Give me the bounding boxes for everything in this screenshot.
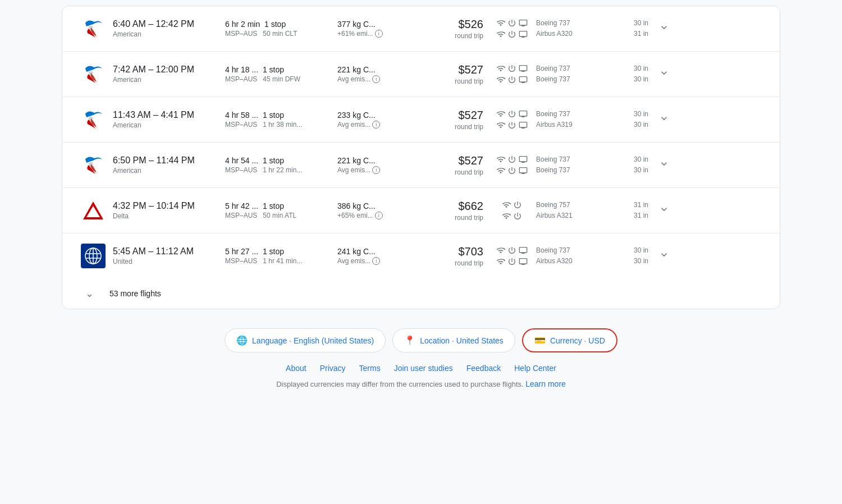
airline-logo bbox=[74, 62, 113, 86]
info-icon[interactable]: i bbox=[375, 212, 383, 219]
join-user-studies-link[interactable]: Join user studies bbox=[394, 364, 453, 373]
expand-button[interactable] bbox=[653, 22, 675, 36]
flight-duration-col: 5 hr 27 ... 1 stop MSP–AUS 1 hr 41 min..… bbox=[225, 247, 337, 265]
flight-duration-col: 4 hr 58 ... 1 stop MSP–AUS 1 hr 38 min..… bbox=[225, 111, 337, 129]
flight-amenities bbox=[492, 109, 532, 130]
airline-name: Delta bbox=[113, 212, 225, 220]
currency-button[interactable]: 💳 Currency · USD bbox=[522, 328, 617, 352]
footer: 🌐 Language · English (United States) 📍 L… bbox=[62, 323, 780, 400]
legroom1: 30 in bbox=[609, 109, 648, 120]
emissions-sub: Avg emis... i bbox=[337, 257, 416, 265]
flight-times: 4:32 PM – 10:14 PM bbox=[113, 201, 225, 211]
aircraft2: Airbus A321 bbox=[536, 210, 609, 221]
info-icon[interactable]: i bbox=[375, 30, 383, 38]
info-icon[interactable]: i bbox=[372, 75, 380, 83]
flight-emissions-col: 241 kg C... Avg emis... i bbox=[337, 247, 416, 265]
legroom2: 30 in bbox=[609, 74, 648, 85]
expand-button[interactable] bbox=[653, 158, 675, 172]
flight-route: MSP–AUS 50 min ATL bbox=[225, 212, 337, 219]
language-label: Language · English (United States) bbox=[252, 336, 374, 345]
flight-row[interactable]: 5:45 AM – 11:12 AM United 5 hr 27 ... 1 … bbox=[62, 233, 780, 278]
emissions-text: 233 kg C... bbox=[337, 111, 416, 120]
flight-row[interactable]: 6:50 PM – 11:44 PM American 4 hr 54 ... … bbox=[62, 143, 780, 188]
wifi-icon-row2 bbox=[496, 30, 505, 39]
language-button[interactable]: 🌐 Language · English (United States) bbox=[225, 328, 386, 352]
price-label: round trip bbox=[416, 168, 483, 176]
flight-times: 6:40 AM – 12:42 PM bbox=[113, 19, 225, 29]
disclaimer-text: Displayed currencies may differ from the… bbox=[276, 380, 524, 388]
legroom1: 31 in bbox=[609, 200, 648, 210]
learn-more-link[interactable]: Learn more bbox=[525, 379, 566, 388]
flight-route: MSP–AUS 45 min DFW bbox=[225, 75, 337, 83]
aircraft1: Boeing 737 bbox=[536, 245, 609, 256]
more-flights-row[interactable]: ⌄ 53 more flights bbox=[62, 278, 780, 309]
wifi-icon-row1 bbox=[502, 200, 511, 209]
expand-button[interactable] bbox=[653, 67, 675, 81]
expand-button[interactable] bbox=[653, 113, 675, 127]
flight-duration: 4 hr 58 ... 1 stop bbox=[225, 111, 337, 120]
flight-price: $527 bbox=[416, 109, 483, 122]
flight-legroom-col: 30 in 30 in bbox=[609, 245, 648, 267]
legroom2: 30 in bbox=[609, 165, 648, 176]
price-label: round trip bbox=[416, 77, 483, 85]
wifi-icon-row2 bbox=[496, 121, 505, 130]
more-flights-expand-icon: ⌄ bbox=[78, 287, 100, 300]
flight-emissions-col: 233 kg C... Avg emis... i bbox=[337, 111, 416, 129]
terms-link[interactable]: Terms bbox=[359, 364, 381, 373]
flight-times: 7:42 AM – 12:00 PM bbox=[113, 65, 225, 75]
flight-row[interactable]: 7:42 AM – 12:00 PM American 4 hr 18 ... … bbox=[62, 52, 780, 97]
flight-row[interactable]: 4:32 PM – 10:14 PM Delta 5 hr 42 ... 1 s… bbox=[62, 188, 780, 233]
location-button[interactable]: 📍 Location · United States bbox=[392, 328, 515, 352]
emissions-text: 221 kg C... bbox=[337, 156, 416, 165]
aircraft1: Boeing 737 bbox=[536, 154, 609, 165]
aircraft1: Boeing 737 bbox=[536, 63, 609, 74]
info-icon[interactable]: i bbox=[372, 121, 380, 129]
wifi-icon-row2 bbox=[496, 257, 505, 266]
chevron-down-icon bbox=[658, 204, 670, 218]
flight-legroom-col: 31 in 31 in bbox=[609, 200, 648, 221]
info-icon[interactable]: i bbox=[372, 257, 380, 265]
info-icon[interactable]: i bbox=[372, 166, 380, 174]
privacy-link[interactable]: Privacy bbox=[320, 364, 346, 373]
flight-duration: 5 hr 42 ... 1 stop bbox=[225, 201, 337, 210]
help-center-link[interactable]: Help Center bbox=[514, 364, 556, 373]
flight-aircraft-col: Boeing 737 Airbus A320 bbox=[536, 18, 609, 39]
flight-price-col: $703 round trip bbox=[416, 245, 483, 267]
flight-amenities bbox=[492, 246, 532, 266]
power-icon-row1 bbox=[507, 64, 516, 73]
airline-logo bbox=[74, 16, 113, 41]
price-label: round trip bbox=[416, 259, 483, 267]
flight-amenities bbox=[492, 19, 532, 39]
emissions-sub: +65% emi... i bbox=[337, 212, 416, 219]
about-link[interactable]: About bbox=[286, 364, 306, 373]
flight-route: MSP–AUS 1 hr 22 min... bbox=[225, 166, 337, 174]
airline-name: American bbox=[113, 167, 225, 175]
currency-label: Currency · USD bbox=[550, 336, 605, 345]
emissions-sub: Avg emis... i bbox=[337, 75, 416, 83]
flight-duration: 5 hr 27 ... 1 stop bbox=[225, 247, 337, 256]
flight-row[interactable]: 6:40 AM – 12:42 PM American 6 hr 2 min 1… bbox=[62, 6, 780, 52]
flight-aircraft-col: Boeing 737 Boeing 737 bbox=[536, 63, 609, 85]
screen-icon-row1 bbox=[519, 246, 528, 255]
footer-buttons: 🌐 Language · English (United States) 📍 L… bbox=[62, 328, 780, 352]
flight-aircraft-col: Boeing 737 Boeing 737 bbox=[536, 154, 609, 176]
flight-times-col: 11:43 AM – 4:41 PM American bbox=[113, 110, 225, 129]
power-icon-row2 bbox=[507, 166, 516, 175]
screen-icon-row2 bbox=[519, 121, 528, 130]
expand-button[interactable] bbox=[653, 249, 675, 263]
aircraft1: Boeing 757 bbox=[536, 200, 609, 210]
flight-price: $662 bbox=[416, 200, 483, 213]
flight-duration: 4 hr 18 ... 1 stop bbox=[225, 65, 337, 74]
flight-price: $703 bbox=[416, 245, 483, 258]
expand-button[interactable] bbox=[653, 204, 675, 218]
flight-emissions-col: 377 kg C... +61% emi... i bbox=[337, 20, 416, 38]
flight-price: $527 bbox=[416, 154, 483, 167]
wifi-icon-row1 bbox=[496, 19, 505, 28]
airline-logo bbox=[74, 107, 113, 132]
flight-emissions-col: 221 kg C... Avg emis... i bbox=[337, 156, 416, 174]
airline-name: United bbox=[113, 258, 225, 265]
feedback-link[interactable]: Feedback bbox=[466, 364, 501, 373]
flights-list: 6:40 AM – 12:42 PM American 6 hr 2 min 1… bbox=[62, 6, 780, 309]
legroom1: 30 in bbox=[609, 154, 648, 165]
flight-row[interactable]: 11:43 AM – 4:41 PM American 4 hr 58 ... … bbox=[62, 97, 780, 143]
